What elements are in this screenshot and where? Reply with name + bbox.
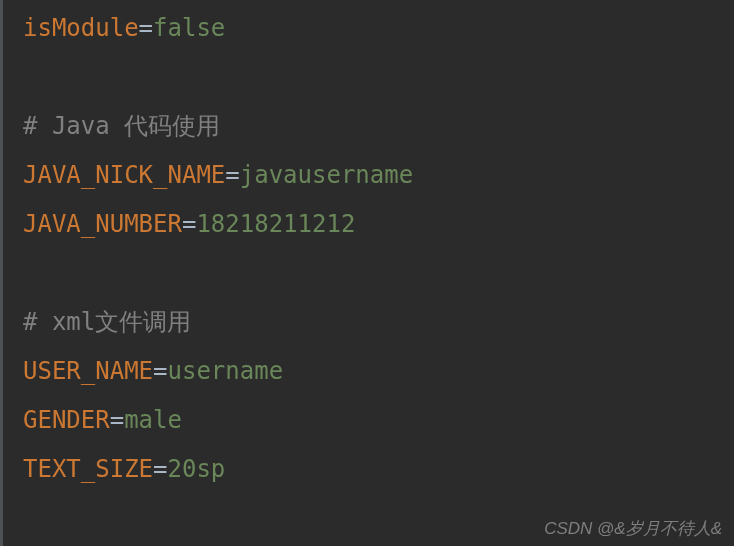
- comment-text: # Java 代码使用: [23, 112, 220, 140]
- equals-sign: =: [182, 210, 196, 238]
- watermark-text: CSDN @&岁月不待人&: [544, 517, 722, 540]
- property-key: isModule: [23, 14, 139, 42]
- code-line: USER_NAME=username: [11, 347, 734, 396]
- property-value: username: [168, 357, 284, 385]
- equals-sign: =: [153, 455, 167, 483]
- equals-sign: =: [110, 406, 124, 434]
- code-line: GENDER=male: [11, 396, 734, 445]
- equals-sign: =: [153, 357, 167, 385]
- equals-sign: =: [139, 14, 153, 42]
- property-value: male: [124, 406, 182, 434]
- property-value: 18218211212: [196, 210, 355, 238]
- property-key: JAVA_NUMBER: [23, 210, 182, 238]
- property-key: TEXT_SIZE: [23, 455, 153, 483]
- code-line: JAVA_NUMBER=18218211212: [11, 200, 734, 249]
- property-value: 20sp: [168, 455, 226, 483]
- property-key: GENDER: [23, 406, 110, 434]
- code-line: TEXT_SIZE=20sp: [11, 445, 734, 494]
- blank-line: [11, 249, 734, 298]
- property-key: JAVA_NICK_NAME: [23, 161, 225, 189]
- property-value: javausername: [240, 161, 413, 189]
- comment-line: # Java 代码使用: [11, 102, 734, 151]
- code-line: JAVA_NICK_NAME=javausername: [11, 151, 734, 200]
- code-line: isModule=false: [11, 4, 734, 53]
- blank-line: [11, 53, 734, 102]
- code-editor[interactable]: isModule=false # Java 代码使用 JAVA_NICK_NAM…: [0, 0, 734, 546]
- equals-sign: =: [225, 161, 239, 189]
- comment-line: # xml文件调用: [11, 298, 734, 347]
- comment-text: # xml文件调用: [23, 308, 191, 336]
- property-value: false: [153, 14, 225, 42]
- property-key: USER_NAME: [23, 357, 153, 385]
